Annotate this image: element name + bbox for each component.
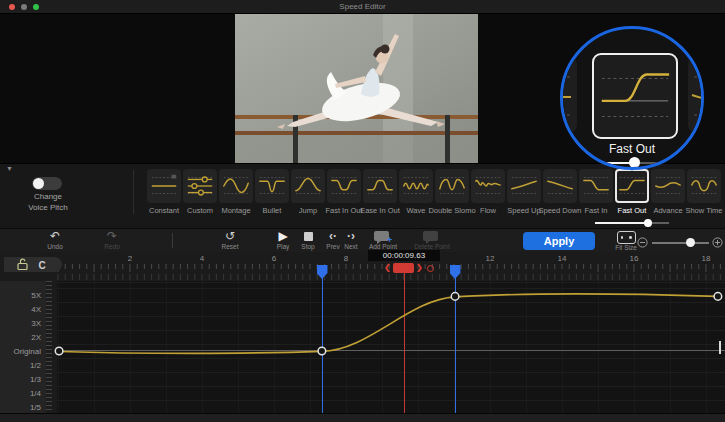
magnified-slider-knob bbox=[629, 157, 640, 168]
curve-ease-in-out-icon bbox=[365, 173, 395, 199]
preset-label: Flow bbox=[480, 206, 496, 215]
delete-point-icon bbox=[404, 230, 460, 243]
curve-constant-icon bbox=[149, 173, 179, 199]
zoom-in-icon[interactable] bbox=[712, 237, 723, 248]
preset-constant[interactable]: Constant bbox=[147, 169, 181, 227]
preset-card[interactable] bbox=[507, 169, 541, 203]
curve-fast-in-out-icon bbox=[329, 173, 359, 199]
magnifier-callout: Fast Out bbox=[560, 26, 704, 170]
apply-button[interactable]: Apply bbox=[523, 232, 595, 250]
preset-card[interactable] bbox=[219, 169, 253, 203]
ballerina-image bbox=[235, 14, 478, 163]
preset-label: Fast Out bbox=[618, 206, 647, 215]
preset-double-slomo[interactable]: Double Slomo bbox=[435, 169, 469, 227]
preset-card[interactable] bbox=[183, 169, 217, 203]
magnified-neighbor-left bbox=[560, 57, 577, 133]
curve-wave-icon bbox=[401, 173, 431, 199]
preset-card[interactable] bbox=[543, 169, 577, 203]
preset-bullet[interactable]: Bullet bbox=[255, 169, 289, 227]
preset-card[interactable] bbox=[327, 169, 361, 203]
toggle-knob bbox=[33, 178, 44, 189]
timeline-zoom-knob[interactable] bbox=[686, 238, 695, 247]
reset-button[interactable]: ↺ Reset bbox=[208, 230, 252, 250]
speed-curve[interactable] bbox=[0, 281, 725, 413]
delete-point-button[interactable]: Delete Point bbox=[404, 230, 460, 250]
svg-text:8: 8 bbox=[344, 254, 349, 263]
magnified-preset-label: Fast Out bbox=[563, 142, 701, 156]
svg-text:6: 6 bbox=[272, 254, 277, 263]
timeline-zoom-slider[interactable] bbox=[652, 242, 709, 244]
preset-label: Show Time bbox=[685, 206, 722, 215]
preset-ease-in-out[interactable]: Ease In Out bbox=[363, 169, 397, 227]
ruler-tools: C bbox=[4, 257, 62, 272]
timeline-ruler[interactable]: 24681012141618 C 00:00:09.63 ❮ ❯ bbox=[0, 252, 725, 281]
preset-fast-out[interactable]: Fast Out bbox=[615, 169, 649, 227]
preset-fast-in-out[interactable]: Fast In Out bbox=[327, 169, 361, 227]
preset-card[interactable] bbox=[435, 169, 469, 203]
preset-speed-down[interactable]: Speed Down bbox=[543, 169, 577, 227]
curve-mode-button[interactable]: C bbox=[38, 260, 45, 271]
preset-card[interactable] bbox=[147, 169, 181, 203]
panel-divider bbox=[133, 170, 134, 214]
preset-label: Wave bbox=[407, 206, 426, 215]
curve-control-point[interactable] bbox=[318, 347, 326, 355]
playhead-right-arrow-icon[interactable]: ❯ bbox=[416, 263, 423, 272]
preset-card[interactable] bbox=[291, 169, 325, 203]
curve-bullet-icon bbox=[257, 173, 287, 199]
magnified-preset-card bbox=[592, 53, 678, 139]
playhead-loop-icon[interactable] bbox=[427, 265, 434, 272]
svg-text:18: 18 bbox=[702, 254, 711, 263]
curve-custom-icon bbox=[185, 173, 215, 199]
curve-advance-icon bbox=[653, 173, 683, 199]
curve-montage-icon bbox=[221, 173, 251, 199]
undo-button[interactable]: ↶ Undo bbox=[33, 230, 77, 250]
preset-show-time[interactable]: Show Time bbox=[687, 169, 721, 227]
preset-card[interactable] bbox=[651, 169, 685, 203]
preset-label: Constant bbox=[149, 206, 179, 215]
preset-card[interactable] bbox=[255, 169, 289, 203]
preset-label: Ease In Out bbox=[360, 206, 400, 215]
timecode-display: 00:00:09.63 bbox=[368, 250, 440, 261]
preset-card[interactable] bbox=[687, 169, 721, 203]
add-point-button[interactable]: + Add Point bbox=[361, 230, 405, 250]
curve-control-point[interactable] bbox=[451, 293, 459, 301]
preset-card[interactable] bbox=[471, 169, 505, 203]
magnified-neighbor-right bbox=[688, 57, 704, 133]
voice-pitch-toggle[interactable] bbox=[32, 177, 62, 190]
preset-fast-in[interactable]: Fast In bbox=[579, 169, 613, 227]
preset-card[interactable] bbox=[399, 169, 433, 203]
preset-label: Custom bbox=[187, 206, 213, 215]
preset-montage[interactable]: Montage bbox=[219, 169, 253, 227]
preset-label: Bullet bbox=[263, 206, 282, 215]
redo-icon: ↷ bbox=[90, 230, 134, 243]
preset-card[interactable] bbox=[615, 169, 649, 203]
preset-label: Double Slomo bbox=[428, 206, 475, 215]
preset-custom[interactable]: Custom bbox=[183, 169, 217, 227]
svg-text:2: 2 bbox=[128, 254, 133, 263]
panel-collapse-arrow[interactable]: ▼ bbox=[6, 165, 13, 172]
preset-wave[interactable]: Wave bbox=[399, 169, 433, 227]
preset-label: Speed Up bbox=[507, 206, 540, 215]
playhead-handle[interactable] bbox=[393, 263, 414, 273]
curve-fast-in-icon bbox=[581, 173, 611, 199]
curve-control-point[interactable] bbox=[714, 293, 722, 301]
zoom-out-icon[interactable] bbox=[637, 237, 648, 248]
fast-out-curve-icon bbox=[594, 55, 676, 137]
preset-intensity-slider[interactable] bbox=[595, 222, 669, 224]
title-bar: Speed Editor bbox=[0, 0, 725, 14]
preset-card[interactable] bbox=[579, 169, 613, 203]
curve-double-slomo-icon bbox=[437, 173, 467, 199]
lock-icon[interactable] bbox=[18, 259, 27, 269]
curve-control-point[interactable] bbox=[55, 347, 63, 355]
preset-advance[interactable]: Advance bbox=[651, 169, 685, 227]
preset-jump[interactable]: Jump bbox=[291, 169, 325, 227]
redo-button[interactable]: ↷ Redo bbox=[90, 230, 134, 250]
curve-show-time-icon bbox=[689, 173, 719, 199]
preset-speed-up[interactable]: Speed Up bbox=[507, 169, 541, 227]
preset-list: ConstantCustomMontageBulletJumpFast In O… bbox=[147, 169, 721, 227]
reset-icon: ↺ bbox=[208, 230, 252, 243]
playhead-left-arrow-icon[interactable]: ❮ bbox=[384, 263, 391, 272]
preset-card[interactable] bbox=[363, 169, 397, 203]
preset-flow[interactable]: Flow bbox=[471, 169, 505, 227]
toolbar: ↶ Undo ↷ Redo ↺ Reset ▶ Play Stop ‹· Pre… bbox=[0, 228, 725, 254]
